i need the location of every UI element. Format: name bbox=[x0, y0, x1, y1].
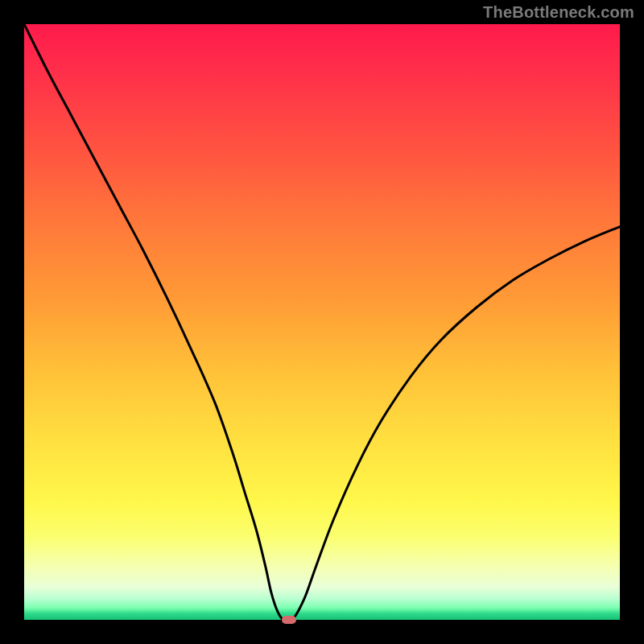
chart-frame: TheBottleneck.com bbox=[0, 0, 644, 644]
bottleneck-curve bbox=[24, 24, 620, 620]
optimal-marker bbox=[282, 616, 296, 624]
watermark-text: TheBottleneck.com bbox=[483, 3, 634, 22]
plot-area bbox=[24, 24, 620, 620]
